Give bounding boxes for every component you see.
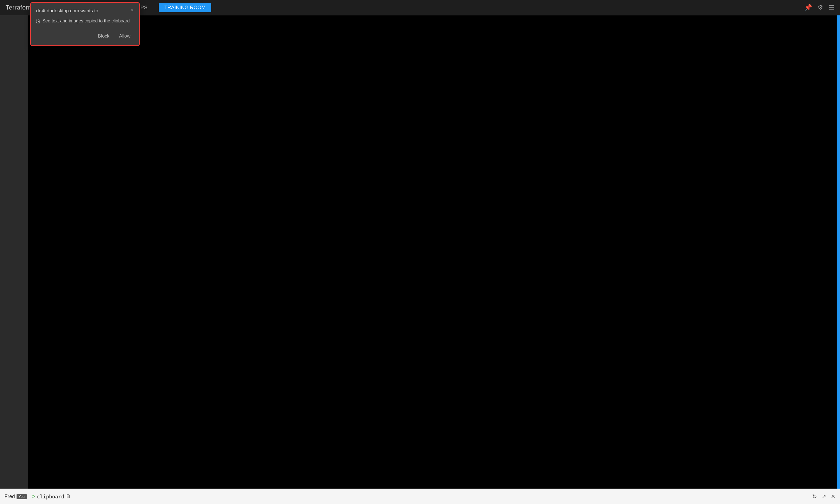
refresh-icon[interactable]: ↻	[812, 493, 817, 500]
allow-button[interactable]: Allow	[116, 32, 134, 41]
bottom-bar: Fred You > clipboard 🖹 ↻ ↗ ✕	[0, 489, 840, 504]
main-content	[28, 15, 840, 489]
nav-training[interactable]: TRAINING ROOM	[159, 3, 211, 12]
block-button[interactable]: Block	[95, 32, 113, 41]
bottom-terminal: > clipboard 🖹	[32, 493, 70, 500]
pin-icon[interactable]: 📌	[804, 4, 812, 11]
popup-body: ⎘ See text and images copied to the clip…	[31, 16, 139, 29]
popup-description: See text and images copied to the clipbo…	[42, 18, 130, 24]
gear-icon[interactable]: ⚙	[818, 4, 823, 11]
right-scrollbar[interactable]	[837, 15, 840, 489]
menu-icon[interactable]: ☰	[829, 4, 834, 11]
close-button[interactable]: ×	[131, 7, 134, 13]
bottom-user: Fred You	[4, 493, 27, 500]
popup-header: dd4t.dadesktop.com wants to ×	[31, 3, 139, 16]
popup-title: dd4t.dadesktop.com wants to	[36, 8, 98, 14]
external-link-icon[interactable]: ↗	[822, 493, 826, 500]
close-window-icon[interactable]: ✕	[831, 493, 836, 500]
user-name: Fred	[4, 493, 15, 500]
sidebar	[0, 15, 28, 489]
clipboard-permission-popup: dd4t.dadesktop.com wants to × ⎘ See text…	[30, 2, 140, 46]
popup-actions: Block Allow	[31, 29, 139, 45]
user-badge: You	[17, 494, 27, 499]
terminal-text: clipboard	[37, 493, 64, 500]
terminal-arrow: >	[32, 493, 35, 500]
bottom-right: ↻ ↗ ✕	[812, 493, 836, 500]
clipboard-icon: ⎘	[36, 18, 39, 24]
navbar-right: 📌 ⚙ ☰	[804, 4, 834, 11]
terminal-file-icon: 🖹	[66, 494, 70, 499]
